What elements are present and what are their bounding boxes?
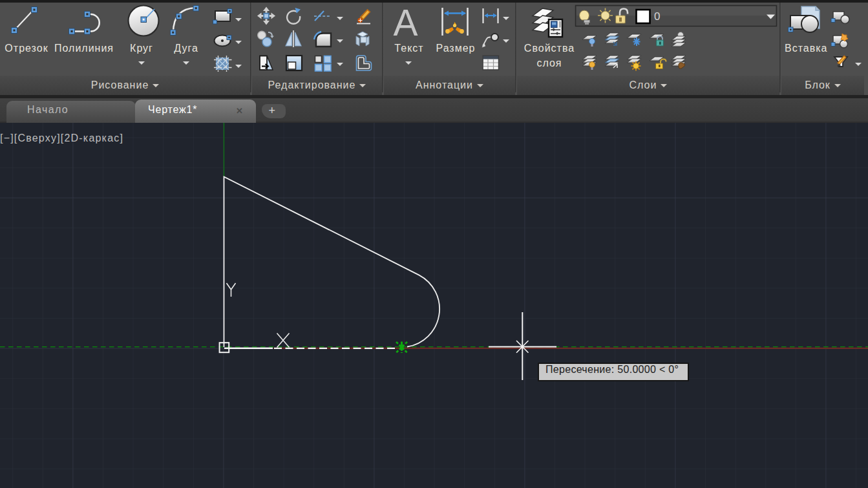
- svg-text:0: 0: [654, 10, 660, 23]
- svg-text:A: A: [393, 2, 418, 43]
